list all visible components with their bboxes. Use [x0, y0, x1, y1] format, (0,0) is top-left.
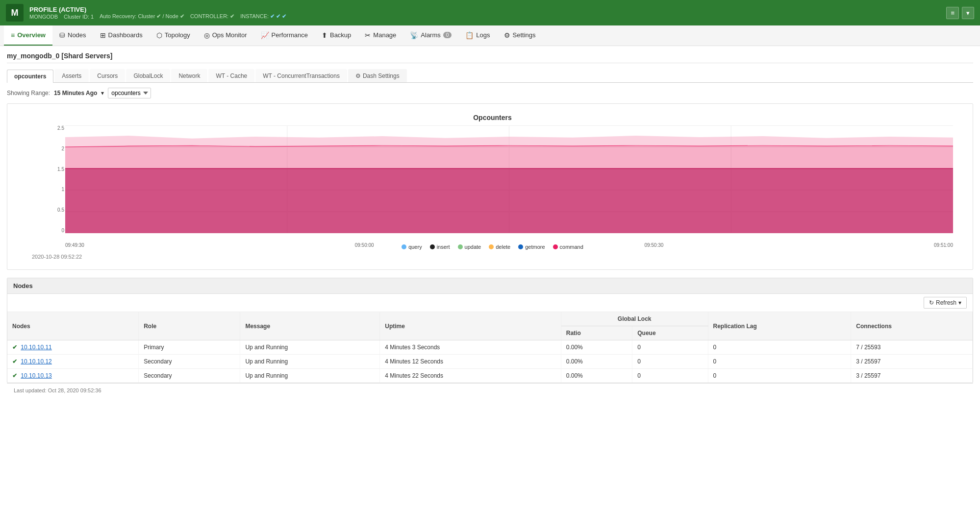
x-label-2: 09:50:00 — [355, 242, 374, 248]
chart-title: Opcounters — [32, 114, 953, 121]
y-label-1.5: 1.5 — [50, 167, 64, 172]
node-replag-2: 0 — [708, 355, 851, 369]
node-ratio-3: 0.00% — [561, 369, 632, 383]
backup-icon: ⬆ — [322, 31, 327, 39]
th-uptime: Uptime — [380, 312, 561, 340]
y-label-2: 2 — [50, 146, 64, 151]
chart-tabs: opcounters Asserts Cursors GlobalLock Ne… — [7, 69, 973, 83]
tab-network[interactable]: Network — [171, 69, 207, 82]
chart-container: Opcounters 2.5 2 1.5 1 0.5 0 — [7, 103, 973, 270]
nav-label-topology: Topology — [165, 31, 190, 39]
dropdown-icon: ▾ — [966, 9, 970, 17]
node-check-icon: ✔ — [180, 13, 184, 19]
overview-icon: ≡ — [11, 31, 15, 39]
node-replag-3: 0 — [708, 369, 851, 383]
logs-icon: 📋 — [465, 31, 474, 39]
nav-label-ops-monitor: Ops Monitor — [212, 31, 247, 39]
refresh-dropdown-icon: ▾ — [958, 299, 961, 306]
node-name-2: ✔ 10.10.10.12 — [7, 355, 139, 369]
node-queue-3: 0 — [632, 369, 708, 383]
dropdown-button[interactable]: ▾ — [962, 7, 974, 19]
node-ratio-2: 0.00% — [561, 355, 632, 369]
section-title: my_mongodb_0 [Shard Servers] — [7, 52, 973, 63]
table-row: ✔ 10.10.10.12 Secondary Up and Running 4… — [7, 355, 973, 369]
th-nodes: Nodes — [7, 312, 139, 340]
node-role-3: Secondary — [139, 369, 240, 383]
node-uptime-2: 4 Minutes 12 Seconds — [380, 355, 561, 369]
node-message-1: Up and Running — [240, 340, 380, 355]
node-link-3[interactable]: 10.10.10.13 — [21, 372, 51, 379]
node-role-2: Secondary — [139, 355, 240, 369]
nav-item-dashboards[interactable]: ⊞ Dashboards — [93, 25, 150, 46]
menu-button[interactable]: ≡ — [946, 7, 959, 19]
node-ratio-1: 0.00% — [561, 340, 632, 355]
nav-item-overview[interactable]: ≡ Overview — [4, 25, 52, 46]
nodes-icon: ⛁ — [59, 31, 65, 39]
node-uptime-3: 4 Minutes 22 Seconds — [380, 369, 561, 383]
nav-item-logs[interactable]: 📋 Logs — [458, 25, 497, 46]
nav-item-performance[interactable]: 📈 Performance — [254, 25, 315, 46]
controller-block: CONTROLLER: ✔ — [190, 13, 234, 20]
check-icon-2: ✔ — [12, 358, 17, 365]
menu-icon: ≡ — [951, 9, 955, 17]
nav-item-ops-monitor[interactable]: ◎ Ops Monitor — [197, 25, 254, 46]
last-updated: Last updated: Oct 28, 2020 09:52:36 — [14, 387, 101, 393]
tab-dash-settings[interactable]: ⚙ Dash Settings — [348, 69, 407, 82]
nav-item-manage[interactable]: ✂ Manage — [358, 25, 403, 46]
table-header-row: Nodes Role Message Uptime Global Lock Re… — [7, 312, 973, 326]
cluster-id: Cluster ID: 1 — [64, 14, 94, 20]
alarms-badge: 0 — [443, 32, 452, 38]
check-icon-1: ✔ — [12, 344, 17, 351]
node-role-1: Primary — [139, 340, 240, 355]
metric-dropdown[interactable]: opcounters — [108, 88, 151, 98]
dashboards-icon: ⊞ — [100, 31, 106, 39]
node-connections-2: 3 / 25597 — [851, 355, 973, 369]
nav-item-alarms[interactable]: 📡 Alarms 0 — [403, 25, 458, 46]
node-link-2[interactable]: 10.10.10.12 — [21, 358, 51, 365]
nav-label-settings: Settings — [513, 31, 536, 39]
refresh-label: Refresh — [936, 299, 956, 306]
settings-icon: ⚙ — [504, 31, 510, 39]
y-label-0: 0 — [50, 228, 64, 233]
tab-cursors[interactable]: Cursors — [90, 69, 125, 82]
node-name-3: ✔ 10.10.10.13 — [7, 369, 139, 383]
table-row: ✔ 10.10.10.11 Primary Up and Running 4 M… — [7, 340, 973, 355]
header-right: ≡ ▾ — [946, 7, 974, 19]
node-message-3: Up and Running — [240, 369, 380, 383]
tab-wt-concurrent[interactable]: WT - ConcurrentTransactions — [255, 69, 347, 82]
instance-block: INSTANCE: ✔ ✔ ✔ — [240, 13, 286, 20]
logo-icon: M — [11, 8, 19, 18]
node-name-1: ✔ 10.10.10.11 — [7, 340, 139, 355]
nav-label-dashboards: Dashboards — [108, 31, 143, 39]
nav-bar: ≡ Overview ⛁ Nodes ⊞ Dashboards ⬡ Topolo… — [0, 25, 980, 46]
performance-icon: 📈 — [261, 31, 269, 39]
footer-bar: Last updated: Oct 28, 2020 09:52:36 — [7, 383, 973, 397]
node-queue-1: 0 — [632, 340, 708, 355]
tab-opcounters[interactable]: opcounters — [7, 70, 53, 83]
range-value: 15 Minutes Ago — [54, 90, 97, 96]
svg-marker-11 — [65, 136, 953, 147]
nav-item-backup[interactable]: ⬆ Backup — [315, 25, 358, 46]
nav-item-topology[interactable]: ⬡ Topology — [150, 25, 197, 46]
check-icon-3: ✔ — [12, 372, 17, 379]
nav-label-nodes: Nodes — [68, 31, 86, 39]
th-queue: Queue — [632, 326, 708, 340]
dash-settings-icon: ⚙ — [355, 72, 361, 79]
tab-wt-cache[interactable]: WT - Cache — [208, 69, 254, 82]
nav-item-settings[interactable]: ⚙ Settings — [497, 25, 543, 46]
top-header: M PROFILE (ACTIVE) MONGODB Cluster ID: 1… — [0, 0, 980, 25]
node-link-1[interactable]: 10.10.10.11 — [21, 344, 51, 351]
svg-marker-9 — [65, 169, 953, 233]
y-label-1: 1 — [50, 187, 64, 192]
header-title-block: PROFILE (ACTIVE) MONGODB Cluster ID: 1 A… — [29, 6, 286, 20]
refresh-button[interactable]: ↻ Refresh ▾ — [924, 297, 967, 309]
alarms-icon: 📡 — [410, 31, 418, 39]
node-message-2: Up and Running — [240, 355, 380, 369]
profile-name: PROFILE (ACTIVE) — [29, 6, 286, 13]
refresh-icon: ↻ — [929, 299, 934, 306]
tab-asserts[interactable]: Asserts — [54, 69, 89, 82]
nav-label-alarms: Alarms — [421, 31, 440, 39]
tab-globallock[interactable]: GlobalLock — [126, 69, 170, 82]
chart-timestamp: 2020-10-28 09:52:22 — [32, 254, 953, 260]
nav-item-nodes[interactable]: ⛁ Nodes — [52, 25, 93, 46]
